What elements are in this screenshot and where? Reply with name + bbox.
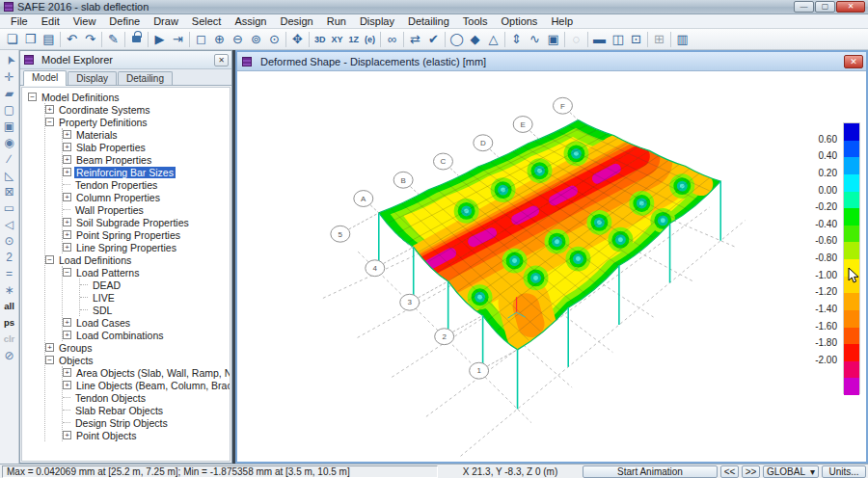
view-3d-icon[interactable]: 3D <box>312 31 329 48</box>
maximize-button[interactable]: ▢ <box>815 1 835 13</box>
collapse-icon[interactable]: − <box>45 118 54 126</box>
menu-assign[interactable]: Assign <box>228 14 273 29</box>
menu-design[interactable]: Design <box>273 14 319 29</box>
tree-item[interactable]: −Load Patterns <box>63 266 230 279</box>
tree-item[interactable]: +Soil Subgrade Properties <box>63 216 230 228</box>
clear-selection-button[interactable]: clr <box>1 331 18 347</box>
draw-point-icon[interactable]: ⊙ <box>1 232 18 249</box>
tree-label[interactable]: Coordinate Systems <box>57 104 152 116</box>
tree-item[interactable]: +Slab Properties <box>63 141 230 153</box>
draw-opening-icon[interactable]: ◁ <box>1 216 18 232</box>
tree-label[interactable]: DEAD <box>91 279 122 291</box>
collapse-icon[interactable]: − <box>45 356 54 364</box>
menu-define[interactable]: Define <box>102 14 147 29</box>
tree-item[interactable]: −Model Definitions <box>28 91 230 103</box>
run-to-stage-icon[interactable]: ⇥ <box>169 31 187 48</box>
previous-selection-button[interactable]: ps <box>1 314 18 331</box>
tree-label[interactable]: Line Spring Properties <box>74 242 178 253</box>
start-animation-button[interactable]: Start Animation <box>583 465 718 478</box>
save-icon[interactable]: ▤ <box>40 31 58 48</box>
tree-label[interactable]: LIVE <box>91 292 117 304</box>
tree-label[interactable]: Line Objects (Beam, Column, Brace, Null) <box>74 380 231 391</box>
tree-item[interactable]: Tendon Properties <box>63 178 230 191</box>
tree-item[interactable]: +Load Combinations <box>63 329 230 341</box>
tree-label[interactable]: Slab Properties <box>74 142 148 153</box>
point-object-icon[interactable]: ◯ <box>448 31 466 48</box>
pan-icon[interactable]: ✥ <box>288 31 307 48</box>
menu-view[interactable]: View <box>67 14 103 29</box>
close-button[interactable]: ✕ <box>836 1 865 13</box>
menu-draw[interactable]: Draw <box>147 14 185 29</box>
tree-label[interactable]: Reinforcing Bar Sizes <box>74 167 176 178</box>
tree-label[interactable]: Load Patterns <box>74 267 141 279</box>
zoom-out-icon[interactable]: ⊖ <box>229 31 247 48</box>
redo-icon[interactable]: ↷ <box>81 31 99 48</box>
tree-item[interactable]: Tendon Objects <box>63 391 230 404</box>
menu-display[interactable]: Display <box>353 14 401 29</box>
tree-item[interactable]: +Column Properties <box>63 191 230 203</box>
expand-icon[interactable]: + <box>45 343 54 352</box>
tree-item[interactable]: +Area Objects (Slab, Wall, Ramp, Null) <box>63 366 230 379</box>
tree-item[interactable]: DEAD <box>80 279 230 291</box>
collapse-icon[interactable]: − <box>63 268 71 277</box>
quick-draw-click-icon[interactable]: ◉ <box>1 134 18 150</box>
point-load-icon[interactable]: ⇕ <box>507 31 526 48</box>
extrude-view-icon[interactable]: ▬ <box>590 31 609 48</box>
model-explorer-close-icon[interactable]: ✕ <box>214 54 229 66</box>
draw-line-icon[interactable]: ∕ <box>1 150 18 167</box>
view-xy-icon[interactable]: XY <box>329 31 346 48</box>
draw-pencil-icon[interactable]: ✎ <box>104 31 122 48</box>
dimension-line-icon[interactable]: 2 <box>1 249 18 265</box>
tree-label[interactable]: Point Spring Properties <box>74 229 182 241</box>
tree-item[interactable]: +Line Objects (Beam, Column, Brace, Null… <box>63 379 230 391</box>
snapshot-icon[interactable]: ▣ <box>544 31 562 48</box>
tree-item[interactable]: −Property Definitions <box>45 116 230 128</box>
previous-step-button[interactable]: << <box>720 465 739 478</box>
menu-detailing[interactable]: Detailing <box>401 14 456 29</box>
tree-label[interactable]: Load Definitions <box>57 254 133 266</box>
tree-item[interactable]: SDL <box>80 304 230 316</box>
menu-tools[interactable]: Tools <box>456 14 495 29</box>
menu-select[interactable]: Select <box>185 14 229 29</box>
section-cut-icon[interactable]: ◫ <box>609 31 627 48</box>
snap-options-icon[interactable]: ∗ <box>1 281 18 298</box>
tree-label[interactable]: Point Objects <box>74 430 138 441</box>
search-binoculars-icon[interactable]: ∞ <box>383 31 401 48</box>
expand-icon[interactable]: + <box>45 105 54 114</box>
menu-edit[interactable]: Edit <box>35 14 67 29</box>
zoom-extents-icon[interactable]: ⊚ <box>247 31 265 48</box>
zoom-in-icon[interactable]: ⊕ <box>210 31 229 48</box>
deselect-icon[interactable]: ⊘ <box>1 347 18 363</box>
tree-item[interactable]: +Coordinate Systems <box>45 103 230 116</box>
tree-label[interactable]: Load Combinations <box>74 330 165 341</box>
tab-display[interactable]: Display <box>68 71 117 85</box>
show-selection-icon[interactable]: ⊡ <box>627 31 645 48</box>
tree-item[interactable]: +Groups <box>45 341 230 354</box>
tree-item[interactable]: Wall Properties <box>63 203 230 216</box>
expand-icon[interactable]: + <box>63 143 71 151</box>
expand-icon[interactable]: + <box>63 431 71 439</box>
next-step-button[interactable]: >> <box>742 465 760 478</box>
rubber-band-zoom-icon[interactable]: ◻ <box>192 31 210 48</box>
tree-item[interactable]: +Line Spring Properties <box>63 241 230 253</box>
new-file-icon[interactable]: ❏ <box>3 31 21 48</box>
tree-item[interactable]: Slab Rebar Objects <box>63 404 230 416</box>
cone-icon[interactable]: △ <box>484 31 502 48</box>
tree-item[interactable]: LIVE <box>80 291 230 304</box>
tree-label[interactable]: Tendon Objects <box>73 392 148 404</box>
distributed-load-icon[interactable]: ∿ <box>526 31 544 48</box>
tree-label[interactable]: Model Definitions <box>40 92 122 103</box>
tree-label[interactable]: Wall Properties <box>73 204 146 216</box>
tree-label[interactable]: Property Definitions <box>57 117 149 128</box>
units-button[interactable]: Units... <box>822 465 866 478</box>
expand-icon[interactable]: + <box>63 218 71 226</box>
tree-label[interactable]: Groups <box>57 342 94 354</box>
tree-item[interactable]: +Point Spring Properties <box>63 228 230 241</box>
tree-label[interactable]: SDL <box>91 305 114 316</box>
check-model-icon[interactable]: ✔ <box>424 31 443 48</box>
run-analysis-icon[interactable]: ▶ <box>150 31 169 48</box>
rotate-view-icon[interactable]: (e) <box>362 31 378 48</box>
plot-area[interactable]: 12345ABCDEF 0.600.400.200.00-0.20-0.40-0… <box>237 71 866 462</box>
guide-line-icon[interactable]: = <box>1 265 18 281</box>
draw-design-strip-icon[interactable]: ▭ <box>1 199 18 216</box>
